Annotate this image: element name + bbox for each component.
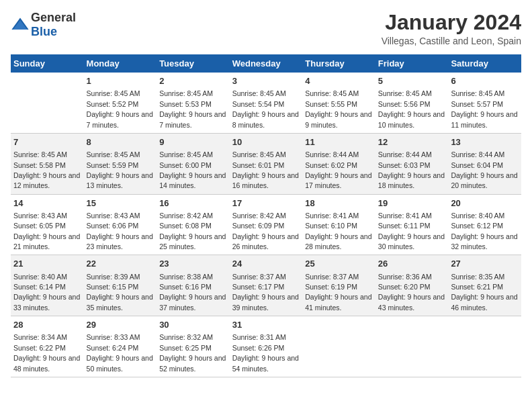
sunset-text: Sunset: 5:55 PM (305, 100, 357, 108)
day-number: 31 (232, 319, 300, 331)
sunrise-text: Sunrise: 8:44 AM (451, 150, 504, 158)
day-number: 18 (305, 197, 373, 210)
daylight-text: Daylight: 9 hours and 28 minutes. (305, 232, 371, 250)
sunrise-text: Sunrise: 8:44 AM (305, 150, 359, 158)
day-number: 12 (378, 136, 446, 148)
calendar-cell: 8Sunrise: 8:45 AMSunset: 5:59 PMDaylight… (84, 133, 157, 194)
day-number: 14 (13, 197, 81, 210)
calendar-cell (448, 316, 521, 377)
sunrise-text: Sunrise: 8:37 AM (232, 273, 286, 281)
daylight-text: Daylight: 9 hours and 54 minutes. (232, 354, 299, 372)
daylight-text: Daylight: 9 hours and 48 minutes. (13, 354, 80, 372)
sunset-text: Sunset: 6:22 PM (13, 344, 66, 352)
sunrise-text: Sunrise: 8:40 AM (451, 212, 504, 220)
sunset-text: Sunset: 5:59 PM (87, 161, 139, 169)
sunrise-text: Sunrise: 8:44 AM (378, 150, 432, 158)
sunset-text: Sunset: 6:19 PM (305, 283, 357, 291)
daylight-text: Daylight: 9 hours and 52 minutes. (159, 354, 226, 372)
calendar-cell: 6Sunrise: 8:45 AMSunset: 5:57 PMDaylight… (448, 73, 521, 133)
daylight-text: Daylight: 9 hours and 39 minutes. (232, 293, 299, 311)
day-number: 13 (451, 136, 519, 148)
main-title: January 2024 (382, 11, 521, 34)
day-number: 8 (87, 136, 154, 148)
sunrise-text: Sunrise: 8:38 AM (159, 273, 213, 281)
day-number: 2 (159, 75, 227, 87)
logo-text-general: General (31, 11, 76, 24)
day-number: 20 (451, 197, 519, 210)
day-number: 3 (232, 75, 300, 87)
header-row: SundayMondayTuesdayWednesdayThursdayFrid… (11, 54, 521, 73)
daylight-text: Daylight: 9 hours and 9 minutes. (305, 110, 371, 128)
sunrise-text: Sunrise: 8:45 AM (378, 89, 432, 97)
calendar-cell: 21Sunrise: 8:40 AMSunset: 6:14 PMDayligh… (11, 255, 84, 316)
day-number: 16 (159, 197, 227, 210)
calendar-cell: 26Sunrise: 8:36 AMSunset: 6:20 PMDayligh… (375, 255, 449, 316)
sunset-text: Sunset: 5:56 PM (378, 100, 431, 108)
sunrise-text: Sunrise: 8:42 AM (232, 212, 286, 220)
sunset-text: Sunset: 6:01 PM (232, 161, 285, 169)
week-row-2: 7Sunrise: 8:45 AMSunset: 5:58 PMDaylight… (11, 133, 521, 194)
sunrise-text: Sunrise: 8:45 AM (159, 150, 213, 158)
calendar-cell: 18Sunrise: 8:41 AMSunset: 6:10 PMDayligh… (302, 194, 375, 255)
sunrise-text: Sunrise: 8:36 AM (378, 273, 432, 281)
sunrise-text: Sunrise: 8:45 AM (232, 89, 286, 97)
col-header-sunday: Sunday (11, 54, 84, 73)
day-number: 28 (13, 319, 81, 331)
daylight-text: Daylight: 9 hours and 7 minutes. (159, 110, 226, 128)
sunset-text: Sunset: 6:15 PM (87, 283, 139, 291)
calendar-cell: 24Sunrise: 8:37 AMSunset: 6:17 PMDayligh… (230, 255, 303, 316)
sunrise-text: Sunrise: 8:45 AM (305, 89, 359, 97)
day-number: 29 (87, 319, 154, 331)
calendar-cell: 13Sunrise: 8:44 AMSunset: 6:04 PMDayligh… (448, 133, 521, 194)
calendar-cell: 22Sunrise: 8:39 AMSunset: 6:15 PMDayligh… (84, 255, 157, 316)
sunrise-text: Sunrise: 8:43 AM (13, 212, 67, 220)
sunset-text: Sunset: 6:12 PM (451, 222, 503, 230)
calendar-cell: 30Sunrise: 8:32 AMSunset: 6:25 PMDayligh… (157, 316, 230, 377)
day-number: 1 (87, 75, 154, 87)
col-header-tuesday: Tuesday (157, 54, 230, 73)
sunset-text: Sunset: 6:09 PM (232, 222, 285, 230)
day-number: 15 (87, 197, 154, 210)
day-number: 22 (87, 258, 154, 270)
daylight-text: Daylight: 9 hours and 11 minutes. (451, 110, 517, 128)
sunset-text: Sunset: 6:26 PM (232, 344, 285, 352)
sunrise-text: Sunrise: 8:34 AM (13, 333, 67, 341)
calendar-cell: 31Sunrise: 8:31 AMSunset: 6:26 PMDayligh… (230, 316, 303, 377)
daylight-text: Daylight: 9 hours and 12 minutes. (13, 171, 80, 189)
daylight-text: Daylight: 9 hours and 21 minutes. (13, 232, 80, 250)
calendar-cell: 5Sunrise: 8:45 AMSunset: 5:56 PMDaylight… (375, 73, 449, 133)
day-number: 9 (159, 136, 227, 148)
sunrise-text: Sunrise: 8:45 AM (13, 150, 67, 158)
day-number: 6 (451, 75, 519, 87)
subtitle: Villegas, Castille and Leon, Spain (382, 36, 521, 46)
calendar-cell (302, 316, 375, 377)
sunrise-text: Sunrise: 8:37 AM (305, 273, 359, 281)
daylight-text: Daylight: 9 hours and 7 minutes. (87, 110, 153, 128)
sunset-text: Sunset: 5:52 PM (87, 100, 139, 108)
day-number: 24 (232, 258, 300, 270)
sunrise-text: Sunrise: 8:39 AM (87, 273, 140, 281)
day-number: 25 (305, 258, 373, 270)
calendar-cell: 19Sunrise: 8:41 AMSunset: 6:11 PMDayligh… (375, 194, 449, 255)
day-number: 26 (378, 258, 446, 270)
sunset-text: Sunset: 6:05 PM (13, 222, 66, 230)
day-number: 23 (159, 258, 227, 270)
day-number: 5 (378, 75, 446, 87)
sunset-text: Sunset: 6:24 PM (87, 344, 139, 352)
sunset-text: Sunset: 6:06 PM (87, 222, 139, 230)
calendar-cell: 20Sunrise: 8:40 AMSunset: 6:12 PMDayligh… (448, 194, 521, 255)
sunrise-text: Sunrise: 8:31 AM (232, 333, 286, 341)
sunset-text: Sunset: 6:21 PM (451, 283, 503, 291)
logo-icon (11, 15, 30, 34)
calendar-cell: 17Sunrise: 8:42 AMSunset: 6:09 PMDayligh… (230, 194, 303, 255)
col-header-monday: Monday (84, 54, 157, 73)
sunrise-text: Sunrise: 8:43 AM (87, 212, 140, 220)
week-row-5: 28Sunrise: 8:34 AMSunset: 6:22 PMDayligh… (11, 316, 521, 377)
col-header-saturday: Saturday (448, 54, 521, 73)
day-number: 21 (13, 258, 81, 270)
sunset-text: Sunset: 6:17 PM (232, 283, 285, 291)
daylight-text: Daylight: 9 hours and 46 minutes. (451, 293, 517, 311)
calendar-cell: 27Sunrise: 8:35 AMSunset: 6:21 PMDayligh… (448, 255, 521, 316)
sunset-text: Sunset: 6:10 PM (305, 222, 357, 230)
title-area: January 2024 Villegas, Castille and Leon… (382, 11, 521, 46)
